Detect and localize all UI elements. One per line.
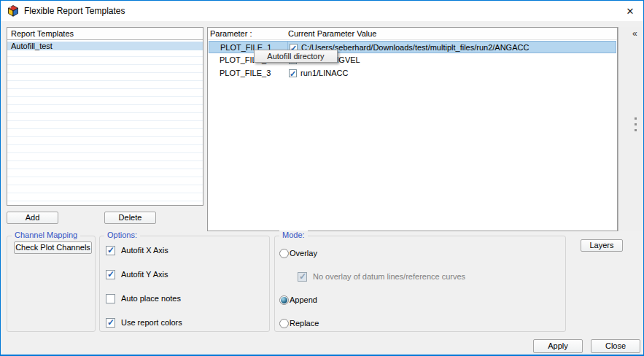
use-report-colors-checkbox[interactable] — [106, 318, 115, 328]
use-report-colors-label: Use report colors — [121, 318, 182, 327]
report-templates-panel: Report Templates Autofill_test — [7, 27, 203, 206]
autofit-y-axis-label: Autofit Y Axis — [121, 270, 168, 279]
flexible-report-templates-dialog: Flexible Report Templates ✕ Report Templ… — [0, 0, 644, 356]
parameter-value[interactable]: run1/LINACC — [300, 67, 348, 79]
replace-mode-option[interactable]: Replace — [279, 318, 319, 328]
parameter-value-checkbox[interactable] — [289, 69, 297, 77]
auto-place-notes-label: Auto place notes — [121, 294, 181, 303]
replace-radio[interactable] — [279, 319, 289, 328]
no-overlay-datum-label: No overlay of datum lines/reference curv… — [313, 272, 465, 281]
delete-button[interactable]: Delete — [104, 212, 156, 224]
channel-mapping-title: Channel Mapping — [12, 231, 80, 239]
template-list-item[interactable]: Autofill_test — [7, 42, 203, 50]
splitter-grip-icon[interactable] — [635, 117, 637, 131]
options-title: Options: — [104, 231, 140, 239]
title-bar: Flexible Report Templates ✕ — [1, 1, 643, 21]
append-radio[interactable] — [279, 295, 289, 305]
parameter-name: PLOT_FILE_3 — [220, 67, 271, 79]
parameter-table-header: Parameter : Current Parameter Value — [208, 28, 617, 40]
close-icon: ✕ — [626, 6, 635, 17]
column-header-parameter: Parameter : — [210, 28, 252, 40]
add-button[interactable]: Add — [7, 212, 58, 224]
collapse-panel-icon[interactable]: « — [632, 28, 637, 39]
no-overlay-datum-option: No overlay of datum lines/reference curv… — [298, 271, 465, 282]
parameter-row-plot-file-3[interactable]: PLOT_FILE_3 run1/LINACC — [209, 67, 616, 80]
panel-splitter[interactable]: « — [618, 27, 643, 231]
app-cube-icon — [7, 4, 20, 18]
overlay-radio[interactable] — [279, 249, 289, 258]
mode-group: Mode: Overlay No overlay of datum lines/… — [274, 236, 566, 332]
close-button[interactable]: Close — [591, 339, 640, 353]
options-group: Options: Autofit X Axis Autofit Y Axis A… — [99, 236, 270, 332]
auto-place-notes-checkbox[interactable] — [106, 294, 115, 303]
autofit-y-axis-option[interactable]: Autofit Y Axis — [106, 269, 168, 279]
window-title: Flexible Report Templates — [24, 1, 125, 21]
channel-mapping-group: Channel Mapping Check Plot Channels — [7, 236, 96, 332]
no-overlay-datum-checkbox — [298, 272, 307, 282]
use-report-colors-option[interactable]: Use report colors — [106, 317, 182, 328]
autofit-x-axis-label: Autofit X Axis — [121, 246, 168, 255]
layers-button[interactable]: Layers — [581, 239, 623, 252]
overlay-label: Overlay — [290, 249, 317, 258]
autofit-y-axis-checkbox[interactable] — [106, 270, 115, 279]
overlay-mode-option[interactable]: Overlay — [279, 248, 317, 258]
append-label: Append — [290, 295, 317, 304]
mode-title: Mode: — [279, 231, 308, 239]
autofill-directory-tooltip: Autofill directory — [254, 50, 338, 63]
auto-place-notes-option[interactable]: Auto place notes — [106, 293, 181, 303]
check-plot-channels-button[interactable]: Check Plot Channels — [14, 241, 92, 254]
apply-button[interactable]: Apply — [533, 339, 583, 353]
autofit-x-axis-checkbox[interactable] — [106, 246, 115, 255]
close-window-button[interactable]: ✕ — [617, 1, 643, 21]
append-mode-option[interactable]: Append — [279, 295, 317, 305]
report-templates-header: Report Templates — [7, 28, 203, 40]
replace-label: Replace — [290, 319, 319, 328]
autofit-x-axis-option[interactable]: Autofit X Axis — [106, 245, 168, 255]
column-header-value: Current Parameter Value — [288, 28, 376, 40]
report-templates-list[interactable]: Autofill_test — [7, 41, 203, 205]
